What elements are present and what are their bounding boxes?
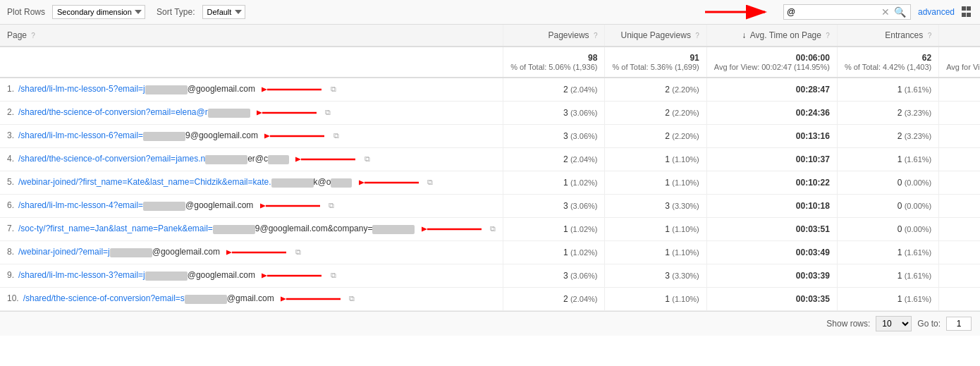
search-button[interactable]: 🔍: [893, 6, 907, 18]
copy-icon[interactable]: ⧉: [365, 154, 370, 163]
col-pageviews[interactable]: Pageviews ?: [503, 25, 605, 47]
cell-entrances: 1 (1.61%): [837, 148, 938, 171]
copy-icon[interactable]: ⧉: [490, 224, 496, 233]
cell-bounce-rate: 50.00%: [939, 125, 980, 148]
row-number: 10.: [7, 293, 19, 303]
table-row: 5./webinar-joined/?first_name=Kate&last_…: [0, 171, 980, 195]
cell-entrances: 1 (1.61%): [837, 288, 938, 311]
table-row: 9./shared/li-lm-mc-lesson-3?email=j @goo…: [0, 264, 980, 288]
page-link[interactable]: /webinar-joined/?first_name=Kate&last_na…: [18, 177, 271, 187]
secondary-dimension-select[interactable]: Secondary dimension: [52, 5, 145, 19]
summary-pageviews: 98 % of Total: 5.06% (1,936): [503, 47, 605, 78]
col-page[interactable]: Page ?: [0, 25, 503, 47]
page-link[interactable]: /shared/the-science-of-conversion?email=…: [18, 107, 208, 117]
row-number: 2.: [7, 107, 14, 117]
summary-unique-pv: 91 % of Total: 5.36% (1,699): [605, 47, 706, 78]
cell-entrances: 2 (3.23%): [837, 102, 938, 125]
summary-entrances: 62 % of Total: 4.42% (1,403): [837, 47, 938, 78]
cell-page: 1./shared/li-lm-mc-lesson-5?email=j @goo…: [0, 78, 503, 102]
redacted-text: [185, 295, 227, 304]
table-header-row: Page ? Pageviews ? Unique Pageviews ? ↓ …: [0, 25, 980, 47]
row-arrow-icon: [295, 153, 359, 166]
row-number: 6.: [7, 200, 14, 210]
redacted-text: [143, 132, 185, 141]
page-link[interactable]: /webinar-joined/?email=j: [18, 247, 110, 257]
cell-pageviews: 3 (3.06%): [503, 264, 605, 288]
page-suffix: 9@googlemail.com&company=: [255, 224, 373, 233]
copy-icon[interactable]: ⧉: [329, 201, 334, 209]
data-table: Page ? Pageviews ? Unique Pageviews ? ↓ …: [0, 25, 980, 311]
page-suffix: er@c: [247, 154, 268, 164]
advanced-link[interactable]: advanced: [918, 7, 955, 17]
page-link[interactable]: /shared/li-lm-mc-lesson-6?email=: [18, 130, 143, 140]
cell-avg-time: 00:10:18: [706, 195, 837, 218]
col-entrances[interactable]: Entrances ?: [837, 25, 938, 47]
page-link[interactable]: /shared/the-science-of-conversion?email=…: [23, 293, 185, 303]
col-avg-time[interactable]: ↓ Avg. Time on Page ?: [706, 25, 837, 47]
cell-unique-pv: 1 (1.10%): [605, 148, 706, 171]
footer-bar: Show rows: 10 25 50 100 500 Go to:: [0, 311, 980, 336]
row-number: 7.: [7, 224, 14, 233]
page-link[interactable]: /shared/li-lm-mc-lesson-5?email=j: [18, 84, 145, 94]
row-number: 8.: [7, 247, 14, 257]
cell-unique-pv: 2 (2.20%): [605, 102, 706, 125]
cell-entrances: 0 (0.00%): [837, 171, 938, 195]
table-row: 7./soc-ty/?first_name=Jan&last_name=Pane…: [0, 218, 980, 241]
cell-unique-pv: 3 (3.30%): [605, 264, 706, 288]
cell-bounce-rate: 100.00%: [939, 78, 980, 102]
copy-icon[interactable]: ⧉: [333, 131, 339, 140]
summary-row: 98 % of Total: 5.06% (1,936) 91 % of Tot…: [0, 47, 980, 78]
cell-pageviews: 1 (1.02%): [503, 171, 605, 195]
row-number: 5.: [7, 177, 14, 187]
cell-pageviews: 2 (2.04%): [503, 78, 605, 102]
cell-page: 6./shared/li-lm-mc-lesson-4?email= @goog…: [0, 195, 503, 218]
grid-view-icon[interactable]: [962, 6, 973, 18]
row-number: 9.: [7, 270, 14, 280]
page-link[interactable]: /shared/li-lm-mc-lesson-3?email=j: [18, 270, 145, 280]
copy-icon[interactable]: ⧉: [325, 108, 331, 116]
table-row: 10./shared/the-science-of-conversion?ema…: [0, 288, 980, 311]
plot-rows-label: Plot Rows: [7, 7, 45, 17]
redacted-text: [110, 248, 152, 257]
cell-avg-time: 00:28:47: [706, 78, 837, 102]
page-suffix: k@o: [314, 177, 331, 187]
sort-type-select[interactable]: Default: [202, 5, 245, 19]
cell-bounce-rate: 0.00%: [939, 195, 980, 218]
cell-entrances: 1 (1.61%): [837, 241, 938, 264]
row-arrow-icon: [257, 106, 320, 119]
table-row: 4./shared/the-science-of-conversion?emai…: [0, 148, 980, 171]
copy-icon[interactable]: ⧉: [349, 294, 355, 303]
annotation-arrow: [705, 1, 776, 23]
row-number: 1.: [7, 84, 14, 94]
col-unique-pageviews[interactable]: Unique Pageviews ?: [605, 25, 706, 47]
copy-icon[interactable]: ⧉: [331, 271, 336, 279]
cell-page: 3./shared/li-lm-mc-lesson-6?email= 9@goo…: [0, 125, 503, 148]
cell-entrances: 0 (0.00%): [837, 218, 938, 241]
cell-avg-time: 00:03:49: [706, 241, 837, 264]
row-number: 4.: [7, 154, 14, 164]
cell-page: 5./webinar-joined/?first_name=Kate&last_…: [0, 171, 503, 195]
cell-avg-time: 00:13:16: [706, 125, 837, 148]
cell-pageviews: 1 (1.02%): [503, 218, 605, 241]
page-link[interactable]: /shared/li-lm-mc-lesson-4?email=: [18, 200, 143, 210]
copy-icon[interactable]: ⧉: [295, 248, 301, 256]
row-arrow-icon: [422, 223, 485, 236]
show-rows-select[interactable]: 10 25 50 100 500: [876, 316, 912, 331]
go-to-input[interactable]: [946, 317, 972, 331]
cell-pageviews: 3 (3.06%): [503, 102, 605, 125]
cell-bounce-rate: 0.00%: [939, 288, 980, 311]
copy-icon[interactable]: ⧉: [331, 85, 336, 93]
page-link[interactable]: /soc-ty/?first_name=Jan&last_name=Panek&…: [18, 224, 213, 233]
search-clear-icon[interactable]: ✕: [881, 7, 890, 17]
table-row: 3./shared/li-lm-mc-lesson-6?email= 9@goo…: [0, 125, 980, 148]
table-row: 6./shared/li-lm-mc-lesson-4?email= @goog…: [0, 195, 980, 218]
copy-icon[interactable]: ⧉: [427, 178, 433, 186]
col-bounce-rate[interactable]: Bounce Rate ?: [939, 25, 980, 47]
search-input[interactable]: [787, 7, 878, 17]
cell-avg-time: 00:03:51: [706, 218, 837, 241]
page-suffix: @googlemail.com: [152, 247, 220, 257]
pageviews-help-icon: ?: [594, 32, 598, 39]
cell-unique-pv: 1 (1.10%): [605, 288, 706, 311]
cell-unique-pv: 2 (2.20%): [605, 78, 706, 102]
page-link[interactable]: /shared/the-science-of-conversion?email=…: [18, 154, 205, 164]
